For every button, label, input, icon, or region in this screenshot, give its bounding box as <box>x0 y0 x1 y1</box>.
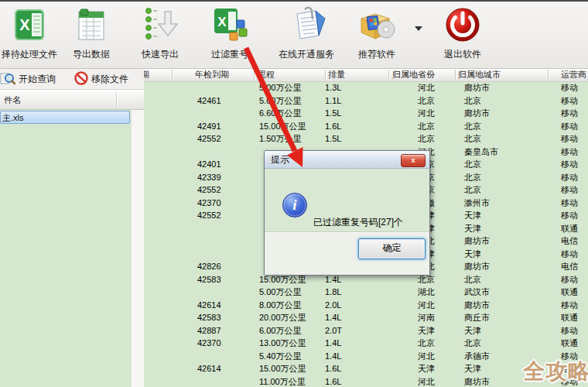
table-cell: 1.4L <box>325 350 341 363</box>
toolbar-button-export-data[interactable]: 导出数据 <box>63 6 119 65</box>
table-cell: 11.00万公里 <box>259 375 306 387</box>
table-cell: 廊坊市 <box>464 375 490 387</box>
toolbar-label: 快速导出 <box>132 48 188 61</box>
table-cell: 北京 <box>464 94 481 108</box>
table-cell: 42339 <box>197 171 221 184</box>
table-row[interactable]: 11.00万公里1.6L河北廊坊市移动 <box>144 375 588 387</box>
filter-duplicates-icon: X <box>202 6 258 45</box>
table-cell: 河北 <box>418 107 435 120</box>
svg-text:X: X <box>217 15 227 29</box>
toolbar-label: 择待处理文件 <box>0 48 70 61</box>
table-cell: 天津 <box>464 222 481 235</box>
table-cell: 天津 <box>464 362 481 375</box>
table-row[interactable]: 4237013.00万公里1.4L北京北京联通 <box>144 337 588 350</box>
file-list-item-selected[interactable]: 主.xls <box>0 111 130 124</box>
table-cell: 武汉市 <box>464 286 490 299</box>
table-cell: 1.5L <box>325 107 341 120</box>
column-header-province[interactable]: 归属地省份 <box>392 69 435 81</box>
toolbar-button-recommend-software[interactable]: 推荐软件 <box>349 6 405 65</box>
table-cell: 电信 <box>561 260 578 273</box>
table-cell: 42552 <box>197 132 221 146</box>
table-cell: 移动 <box>561 273 578 286</box>
table-cell: 42370 <box>197 337 221 350</box>
toolbar-button-online-service[interactable]: 在线开通服务 <box>272 6 340 65</box>
toolbar-label: 退出软件 <box>435 48 491 61</box>
column-header-mileage[interactable]: 里程 <box>258 69 275 81</box>
table-cell: 移动 <box>561 146 578 159</box>
table-header: 期 年检到期 里程 排量 归属地省份 归属地城市 运营商 <box>144 69 588 82</box>
table-row[interactable]: 4261415.00万公里1.6L天津天津电信 <box>144 362 588 375</box>
start-query-button[interactable]: 开始查询 <box>0 71 56 87</box>
column-separator <box>548 70 549 80</box>
table-cell: 1.1L <box>325 94 341 108</box>
table-cell: 移动 <box>561 183 578 197</box>
table-cell: 移动 <box>561 94 578 108</box>
app-window: X 择待处理文件 导出数据 <box>0 0 588 387</box>
table-row[interactable]: 426148.00万公里2.0L河北廊坊市移动 <box>144 299 588 312</box>
table-cell: 联通 <box>561 311 578 324</box>
table-row[interactable]: 5.00万公里1.8L湖北武汉市联通 <box>144 286 588 299</box>
table-cell: 5.00万公里 <box>259 81 301 94</box>
table-cell: 北京 <box>464 273 481 286</box>
table-row[interactable]: 424615.00万公里1.1L北京北京移动 <box>144 94 588 108</box>
table-cell: 42583 <box>197 311 221 324</box>
table-cell: 北京 <box>464 158 481 171</box>
table-cell: 廊坊市 <box>464 235 490 248</box>
toolbar-button-quick-export[interactable]: 快速导出 <box>132 6 188 65</box>
column-header-displacement[interactable]: 排量 <box>328 69 345 81</box>
table-cell: 42887 <box>197 324 221 337</box>
table-cell: 河北 <box>418 299 435 312</box>
file-panel-scroll-area[interactable] <box>132 110 144 387</box>
table-cell: 42614 <box>197 299 221 312</box>
table-cell: 1.8L <box>325 286 341 299</box>
column-header-city[interactable]: 归属地城市 <box>458 69 501 81</box>
column-header-carrier[interactable]: 运营商 <box>561 69 586 81</box>
file-name: 主.xls <box>2 113 24 122</box>
dropdown-arrow-icon[interactable] <box>415 26 422 31</box>
table-row[interactable]: 5.40万公里1.4L河北承德市移动 <box>144 350 588 363</box>
toolbar-button-filter-duplicates[interactable]: X 过滤重号 <box>202 6 258 65</box>
table-cell: 移动 <box>561 81 578 94</box>
toolbar-button-select-files[interactable]: X 择待处理文件 <box>0 6 70 65</box>
remove-icon <box>74 71 88 87</box>
file-panel-header[interactable]: 件名 <box>0 89 144 110</box>
table-cell: 滁州市 <box>464 197 490 210</box>
table-cell: 天津 <box>464 324 481 337</box>
table-row[interactable]: 425521.50万公里1.5L北京北京移动 <box>144 132 588 146</box>
table-row[interactable]: 4258320.00万公里1.4L河南商丘市联通 <box>144 311 588 324</box>
column-separator <box>388 70 389 80</box>
table-row[interactable]: 4249115.00万公里1.6L北京北京移动 <box>144 120 588 133</box>
table-row[interactable]: 428876.00万公里2.0T天津天津移动 <box>144 324 588 337</box>
close-icon[interactable]: x <box>401 154 426 167</box>
table-cell: 北京 <box>464 171 481 184</box>
ok-button[interactable]: 确定 <box>358 238 426 259</box>
dialog-body: i 已过滤重复号码[27]个 <box>265 169 429 233</box>
table-cell: 42583 <box>197 273 221 286</box>
column-separator <box>455 70 456 80</box>
toolbar-label: 导出数据 <box>63 48 119 61</box>
table-cell: 廊坊市 <box>464 299 490 312</box>
dialog-footer: 确定 <box>265 231 429 275</box>
table-cell: 5.00万公里 <box>259 286 301 299</box>
table-cell: 42552 <box>197 209 221 222</box>
dialog-title-bar[interactable]: 提示 x <box>265 151 429 169</box>
table-row[interactable]: 5.00万公里1.3L河北廊坊市移动 <box>144 81 588 94</box>
column-header-inspection[interactable]: 年检到期 <box>195 69 229 81</box>
column-header-date[interactable]: 期 <box>144 69 149 81</box>
actions-row: 开始查询 移除文件 <box>0 69 144 89</box>
remove-file-button[interactable]: 移除文件 <box>74 71 128 87</box>
table-cell: 2.0L <box>325 299 341 312</box>
export-data-icon <box>63 6 119 45</box>
table-cell: 42461 <box>197 94 221 108</box>
table-cell: 1.5L <box>325 132 341 146</box>
toolbar-label: 过滤重号 <box>202 48 258 61</box>
table-row[interactable]: 6.60万公里1.5L河北廊坊市移动 <box>144 107 588 120</box>
toolbar-label: 在线开通服务 <box>272 48 340 61</box>
table-cell: 北京 <box>464 132 481 146</box>
toolbar-button-exit-software[interactable]: 退出软件 <box>435 6 491 65</box>
table-cell: 13.00万公里 <box>259 337 306 350</box>
table-cell: 1.50万公里 <box>259 132 301 146</box>
table-cell: 1.4L <box>325 311 341 324</box>
table-cell: 1.6L <box>325 375 341 387</box>
info-icon: i <box>282 193 307 217</box>
